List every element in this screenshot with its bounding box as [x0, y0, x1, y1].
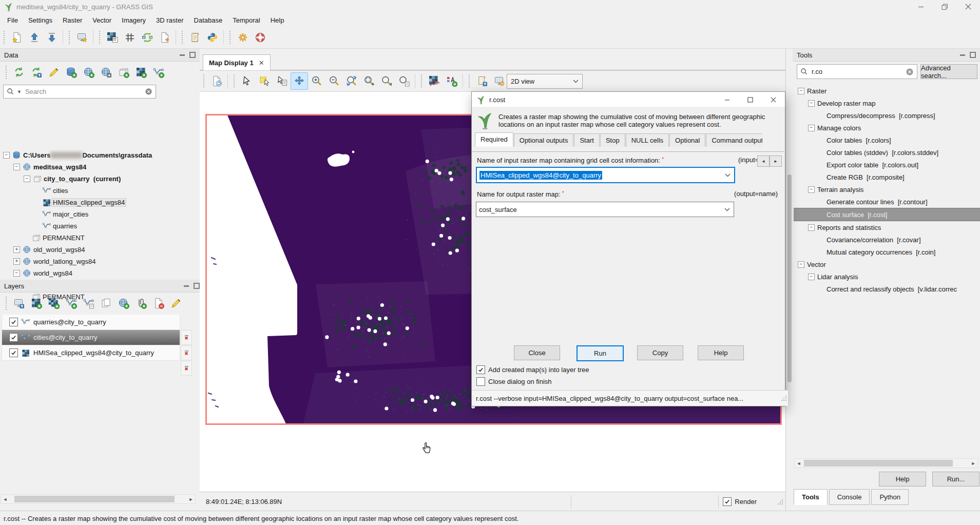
- data-tree-item[interactable]: +old_world_wgs84: [1, 244, 199, 256]
- reload-mapset-button[interactable]: [28, 64, 45, 81]
- close-dialog-checkbox[interactable]: [476, 377, 485, 386]
- georectify-button[interactable]: [121, 29, 139, 46]
- vector-add-misc-button[interactable]: [80, 295, 98, 312]
- input-raster-combobox[interactable]: HMISea_clipped_wgs84@city_to_quarry: [476, 167, 735, 183]
- tree-expand-icon[interactable]: +: [13, 258, 20, 265]
- location-add-button[interactable]: [80, 64, 98, 81]
- scrollbar-thumb[interactable]: [787, 174, 792, 382]
- scrollbar-thumb[interactable]: [14, 496, 175, 502]
- raster-calculator-button[interactable]: [104, 29, 121, 46]
- web-service-add-button[interactable]: [115, 295, 132, 312]
- layer-row[interactable]: cities@city_to_quarry: [2, 330, 180, 345]
- dialog-tab-stop[interactable]: Stop: [600, 133, 625, 147]
- edit-pencil-button[interactable]: [45, 64, 63, 81]
- tools-tree-item[interactable]: −Reports and statistics: [794, 221, 980, 234]
- raster-add-button[interactable]: [28, 295, 45, 312]
- pan-button[interactable]: [291, 72, 308, 90]
- tab-python[interactable]: Python: [871, 489, 908, 505]
- menu-file[interactable]: File: [2, 14, 23, 26]
- menu-settings[interactable]: Settings: [23, 14, 57, 26]
- zoom-back-button[interactable]: [378, 72, 395, 90]
- raster-add-button[interactable]: [132, 64, 150, 81]
- data-horizontal-scrollbar[interactable]: ◄ ►: [1, 494, 196, 504]
- menu-temporal[interactable]: Temporal: [227, 14, 265, 26]
- dialog-tab-optional-outputs[interactable]: Optional outputs: [514, 133, 574, 147]
- tree-collapse-icon[interactable]: −: [808, 100, 815, 107]
- tab-console[interactable]: Console: [829, 489, 870, 505]
- tools-vertical-scrollbar[interactable]: [785, 49, 793, 511]
- tools-tree-item[interactable]: −Terrain analysis: [794, 183, 980, 196]
- tools-tree-item[interactable]: Correct and reclassify objects [v.lidar.…: [794, 283, 980, 295]
- render-checkbox[interactable]: [723, 497, 732, 506]
- vector-add-button[interactable]: [63, 295, 80, 312]
- query-button[interactable]: [273, 72, 291, 90]
- pane-float-icon[interactable]: [194, 283, 200, 289]
- data-tree-item[interactable]: quarries: [1, 220, 199, 232]
- help-button[interactable]: Help: [698, 345, 744, 360]
- layer-row[interactable]: HMISea_clipped_wgs84@city_to_quarry: [2, 345, 180, 361]
- tree-collapse-icon[interactable]: −: [808, 186, 815, 193]
- chevron-down-icon[interactable]: [721, 173, 734, 177]
- reload-tree-button[interactable]: [10, 64, 28, 81]
- script-save-button[interactable]: [473, 72, 491, 90]
- menu-help[interactable]: Help: [265, 14, 290, 26]
- tools-tree-item[interactable]: −Manage colors: [794, 122, 980, 134]
- map-export-button[interactable]: [156, 29, 174, 46]
- layer-group-button[interactable]: [98, 295, 115, 312]
- tools-tree-item[interactable]: Create RGB [r.composite]: [794, 171, 980, 183]
- map-render-button[interactable]: [208, 72, 225, 90]
- menu-database[interactable]: Database: [189, 14, 228, 26]
- tab-scroll-left-icon[interactable]: ◄: [757, 155, 770, 167]
- monitor-new-button[interactable]: [73, 29, 91, 46]
- workspace-save-button[interactable]: [43, 29, 61, 46]
- database-add-button[interactable]: [63, 64, 80, 81]
- pane-float-icon[interactable]: [970, 52, 976, 58]
- menu-raster[interactable]: Raster: [57, 14, 87, 26]
- data-tree-item[interactable]: PERMANENT: [1, 232, 199, 244]
- menu-3d-raster[interactable]: 3D raster: [151, 14, 188, 26]
- data-tree-item[interactable]: −city_to_quarry (current): [1, 173, 199, 185]
- tree-collapse-icon[interactable]: −: [24, 176, 30, 182]
- workspace-open-button[interactable]: [26, 29, 43, 46]
- tree-collapse-icon[interactable]: −: [808, 125, 815, 131]
- data-tree-item[interactable]: +world_latlong_wgs84: [1, 256, 199, 267]
- layer-visibility-checkbox[interactable]: [9, 333, 18, 342]
- pane-float-icon[interactable]: [189, 52, 196, 58]
- menu-imagery[interactable]: Imagery: [117, 14, 151, 26]
- tools-run-button[interactable]: Run...: [932, 472, 979, 487]
- tree-collapse-icon[interactable]: −: [808, 224, 815, 231]
- raster-add-multi-button[interactable]: [45, 295, 63, 312]
- zoom-menu-button[interactable]: [395, 72, 413, 90]
- tools-tree-item[interactable]: Color tables [r.colors]: [794, 134, 980, 146]
- output-raster-combobox[interactable]: cost_surface: [476, 202, 734, 217]
- pane-minimize-icon[interactable]: [180, 54, 185, 56]
- dialog-tab-start[interactable]: Start: [574, 133, 599, 147]
- tools-tree-item[interactable]: −Raster: [794, 85, 980, 97]
- menu-vector[interactable]: Vector: [87, 14, 117, 26]
- close-tab-icon[interactable]: ✕: [259, 59, 264, 67]
- tools-tree-item[interactable]: Compress/decompress [r.compress]: [794, 109, 980, 122]
- data-tree-item[interactable]: −C:\UsersDocuments\grassdata: [1, 149, 199, 161]
- pointer-button[interactable]: [238, 72, 256, 90]
- graphical-modeler-button[interactable]: [139, 29, 156, 46]
- layer-row[interactable]: quarries@city_to_quarry: [2, 315, 180, 330]
- view-mode-select[interactable]: 2D view: [507, 74, 583, 89]
- tools-help-button[interactable]: Help: [879, 472, 926, 487]
- tools-tree-item[interactable]: Export color table [r.colors.out]: [794, 159, 980, 171]
- location-import-button[interactable]: [98, 64, 115, 81]
- workspace-new-button[interactable]: [8, 29, 26, 46]
- tree-collapse-icon[interactable]: −: [808, 274, 815, 280]
- tools-search-input[interactable]: [811, 67, 903, 76]
- tools-tree-item[interactable]: −Develop raster map: [794, 97, 980, 109]
- script-new-button[interactable]: [186, 29, 204, 46]
- map-analyze-button[interactable]: [426, 72, 443, 90]
- scroll-left-icon[interactable]: ◄: [1, 497, 9, 502]
- python-console-button[interactable]: [204, 29, 221, 46]
- dialog-titlebar[interactable]: r.cost: [472, 92, 785, 108]
- advanced-search-button[interactable]: Advanced search...: [920, 64, 977, 79]
- zoom-region-button[interactable]: [360, 72, 378, 90]
- restore-button[interactable]: [933, 0, 956, 13]
- dialog-close-button[interactable]: [762, 92, 785, 107]
- layer-visibility-checkbox[interactable]: [9, 318, 18, 326]
- dialog-minimize-button[interactable]: [716, 92, 739, 107]
